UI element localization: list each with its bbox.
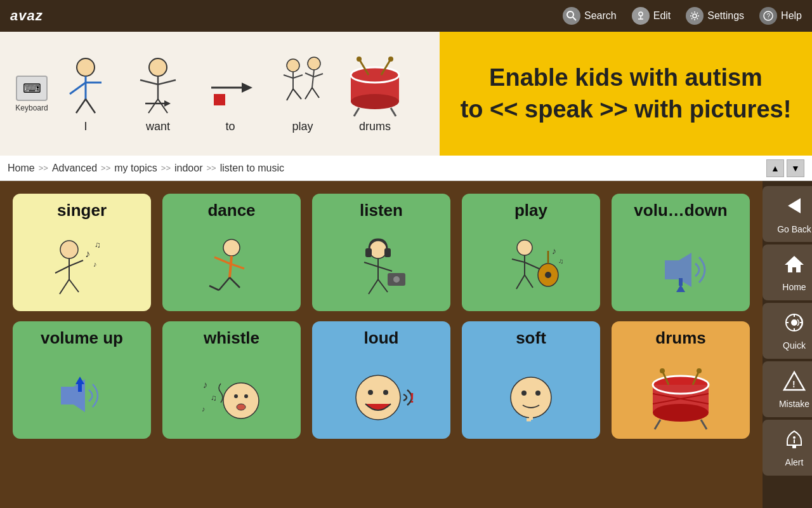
breadcrumb-home[interactable]: Home [8,163,35,174]
svg-line-115 [701,420,707,429]
settings-button[interactable]: Settings [686,7,744,25]
mic-icon [632,7,650,25]
breadcrumb-listen-to-music[interactable]: listen to music [220,163,284,174]
mistake-label: Mistake [779,399,809,409]
svg-text:♪: ♪ [552,246,556,256]
svg-point-39 [351,94,399,109]
card-row-2: volume up whistle [13,321,750,439]
svg-text:!: ! [792,379,796,389]
card-play[interactable]: play ♪ [462,194,600,311]
svg-point-95 [237,404,246,410]
search-icon [563,7,580,25]
card-soft-label: soft [516,329,546,347]
breadcrumb-my-topics[interactable]: my topics [114,163,157,174]
card-volume-down[interactable]: volu…down [612,194,750,311]
svg-point-46 [388,57,393,62]
breadcrumb-advanced[interactable]: Advanced [52,163,97,174]
word-card-to[interactable]: to [202,54,259,133]
svg-line-13 [86,99,95,113]
svg-line-41 [354,108,359,116]
svg-point-110 [653,404,709,422]
sidebar: Go Back Home Quick [763,181,812,508]
card-dance[interactable]: dance [162,194,301,311]
word-label-to: to [225,120,235,133]
svg-line-50 [69,260,83,266]
alert-label: Alert [785,457,804,467]
svg-point-93 [234,394,238,398]
svg-point-127 [793,436,796,439]
card-volume-up-label: volume up [41,329,123,347]
home-label: Home [782,282,806,292]
card-soft-img [493,363,569,432]
svg-line-51 [60,279,69,294]
word-label-drums: drums [359,120,391,133]
help-button[interactable]: ? Help [759,7,802,25]
svg-point-56 [223,239,240,256]
card-whistle-img: ♪ ♫ ♪ [193,363,270,432]
card-listen[interactable]: listen [312,194,450,311]
quick-icon [783,312,805,337]
word-card-I[interactable]: I [57,54,114,133]
promo-text: Enable kids with autismto << speak >> wi… [461,62,792,125]
svg-marker-121 [785,256,804,272]
svg-line-16 [140,80,158,84]
word-card-play[interactable]: play [274,54,331,133]
card-whistle[interactable]: whistle ♪ ♫ ♪ [162,321,301,439]
svg-text:♪: ♪ [203,379,208,390]
scroll-down-button[interactable]: ▼ [787,159,804,177]
app-logo: avaz [10,8,547,24]
svg-point-0 [567,11,573,18]
mistake-button[interactable]: ! Mistake [763,361,812,417]
help-label: Help [781,10,802,22]
word-img-want [129,54,187,117]
svg-line-49 [55,266,69,273]
svg-line-114 [655,420,660,429]
word-img-play [274,54,331,117]
svg-line-17 [158,80,176,84]
card-dance-label: dance [207,201,255,220]
search-button[interactable]: Search [563,7,617,25]
card-listen-img [343,235,419,305]
svg-rect-88 [61,387,74,404]
word-card-drums[interactable]: drums [346,54,403,133]
go-back-button[interactable]: Go Back [763,186,812,242]
svg-point-63 [369,241,387,258]
svg-text:♫: ♫ [95,240,101,250]
svg-line-77 [516,275,525,289]
home-button[interactable]: Home [763,244,812,300]
card-drums[interactable]: drums [612,321,750,439]
go-back-label: Go Back [777,224,811,234]
breadcrumb-indoor[interactable]: indoor [174,163,202,174]
svg-line-60 [219,277,230,290]
top-bar: avaz Search Edit Settings ? Help [0,0,812,32]
word-img-drums [346,54,403,117]
svg-line-33 [305,73,314,77]
alert-button[interactable]: Alert [763,420,812,476]
svg-point-104 [521,391,527,396]
card-loud[interactable]: loud ! [312,321,450,439]
card-volume-up[interactable]: volume up [13,321,151,439]
sentence-bar: ⌨ Keyboard [0,32,812,156]
main-content: singer ♪ ♫ ♪ [0,181,812,508]
svg-marker-23 [242,83,252,93]
quick-button[interactable]: Quick [763,303,812,359]
svg-point-80 [545,272,551,278]
quick-label: Quick [783,340,806,351]
svg-marker-21 [164,100,171,107]
card-singer[interactable]: singer ♪ ♫ ♪ [13,194,151,311]
svg-rect-64 [365,248,372,257]
word-card-want[interactable]: want [129,54,187,133]
card-soft[interactable]: soft [462,321,600,439]
card-loud-img: ! [343,363,419,432]
scroll-up-button[interactable]: ▲ [766,159,784,177]
settings-label: Settings [707,10,744,22]
svg-rect-87 [679,278,683,286]
keyboard-button[interactable]: ⌨ Keyboard [13,76,51,112]
svg-marker-90 [75,377,84,384]
help-icon: ? [759,7,777,25]
card-row-1: singer ♪ ♫ ♪ [13,194,750,311]
word-label-play: play [292,120,313,133]
svg-line-36 [312,88,319,98]
svg-line-42 [391,108,396,116]
edit-button[interactable]: Edit [632,7,671,25]
